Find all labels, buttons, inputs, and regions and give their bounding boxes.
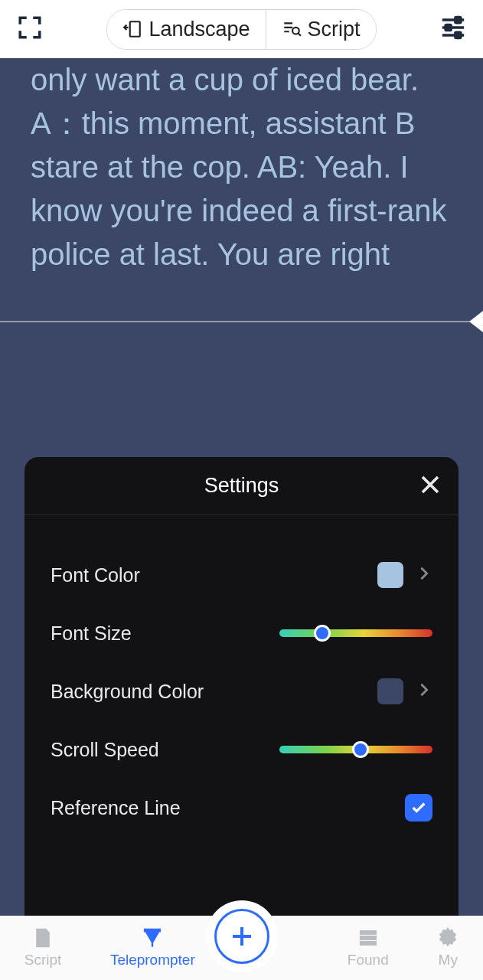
svg-rect-8 (360, 942, 376, 946)
nav-my-label: My (439, 952, 458, 969)
reference-line-row: Reference Line (51, 779, 432, 837)
nav-script[interactable]: Script (24, 927, 62, 969)
settings-sliders-icon[interactable] (440, 15, 466, 44)
scroll-speed-slider-thumb[interactable] (352, 741, 369, 758)
script-label: Script (308, 18, 361, 41)
top-toolbar: Landscape Script (0, 0, 483, 58)
font-color-swatch (377, 562, 403, 588)
mode-segmented-control: Landscape Script (106, 9, 376, 50)
svg-rect-4 (455, 32, 461, 38)
scroll-speed-slider[interactable] (279, 746, 432, 753)
fab-container (206, 900, 278, 972)
reference-line-marker-icon (469, 311, 483, 332)
reference-line-label: Reference Line (51, 797, 181, 819)
font-size-row: Font Size (51, 604, 432, 662)
font-size-slider[interactable] (279, 629, 432, 637)
svg-point-10 (445, 935, 451, 941)
background-color-label: Background Color (51, 681, 204, 703)
nav-script-label: Script (24, 952, 62, 969)
chevron-right-icon (416, 681, 432, 701)
background-color-swatch (377, 678, 403, 704)
found-icon (357, 927, 379, 949)
reference-line-checkbox[interactable] (405, 794, 432, 822)
landscape-mode-button[interactable]: Landscape (107, 10, 265, 49)
teleprompter-icon (142, 927, 163, 949)
close-icon (419, 473, 442, 496)
script-icon (32, 927, 54, 949)
teleprompter-text: only want a cup of iced bear. A：this mom… (0, 58, 483, 276)
check-icon (410, 799, 427, 816)
fullscreen-icon[interactable] (17, 15, 43, 44)
landscape-label: Landscape (148, 18, 250, 41)
svg-rect-3 (445, 24, 451, 30)
nav-found[interactable]: Found (348, 927, 389, 969)
svg-rect-2 (455, 18, 461, 23)
font-size-label: Font Size (51, 622, 132, 645)
svg-point-1 (292, 28, 299, 34)
nav-my[interactable]: My (437, 927, 459, 969)
plus-icon (230, 924, 254, 949)
svg-rect-0 (130, 21, 140, 37)
settings-panel-header: Settings (24, 457, 459, 515)
font-size-slider-thumb[interactable] (314, 625, 331, 642)
gear-icon (437, 927, 459, 949)
font-color-row[interactable]: Font Color (51, 546, 432, 604)
add-button[interactable] (214, 909, 269, 964)
settings-title: Settings (204, 474, 279, 498)
script-mode-button[interactable]: Script (266, 10, 376, 49)
nav-teleprompter-label: Teleprompter (110, 952, 195, 969)
background-color-row[interactable]: Background Color (51, 662, 432, 720)
settings-panel-body: Font Color Font Size Background Color Sc… (24, 515, 459, 837)
reference-line (0, 321, 483, 322)
svg-rect-6 (360, 931, 376, 935)
chevron-right-icon (416, 565, 432, 585)
scroll-speed-row: Scroll Speed (51, 720, 432, 779)
nav-found-label: Found (348, 952, 389, 969)
scroll-speed-label: Scroll Speed (51, 739, 159, 761)
settings-close-button[interactable] (419, 473, 442, 499)
nav-teleprompter[interactable]: Teleprompter (110, 927, 195, 969)
svg-rect-7 (360, 936, 376, 940)
font-color-label: Font Color (51, 564, 140, 586)
